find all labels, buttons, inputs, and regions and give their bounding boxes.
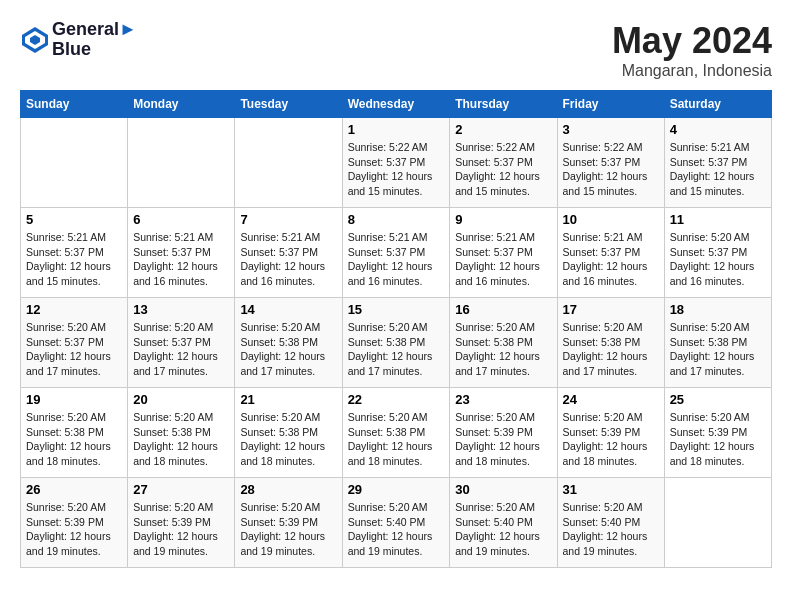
- day-number: 6: [133, 212, 229, 227]
- day-number: 8: [348, 212, 445, 227]
- calendar-cell: 31Sunrise: 5:20 AM Sunset: 5:40 PM Dayli…: [557, 478, 664, 568]
- day-info: Sunrise: 5:20 AM Sunset: 5:38 PM Dayligh…: [240, 320, 336, 379]
- day-number: 15: [348, 302, 445, 317]
- calendar-cell: 22Sunrise: 5:20 AM Sunset: 5:38 PM Dayli…: [342, 388, 450, 478]
- day-info: Sunrise: 5:20 AM Sunset: 5:37 PM Dayligh…: [26, 320, 122, 379]
- calendar-cell: 14Sunrise: 5:20 AM Sunset: 5:38 PM Dayli…: [235, 298, 342, 388]
- day-number: 18: [670, 302, 766, 317]
- calendar-cell: 16Sunrise: 5:20 AM Sunset: 5:38 PM Dayli…: [450, 298, 557, 388]
- month-title: May 2024: [612, 20, 772, 62]
- day-info: Sunrise: 5:20 AM Sunset: 5:38 PM Dayligh…: [563, 320, 659, 379]
- calendar-cell: 7Sunrise: 5:21 AM Sunset: 5:37 PM Daylig…: [235, 208, 342, 298]
- day-info: Sunrise: 5:21 AM Sunset: 5:37 PM Dayligh…: [348, 230, 445, 289]
- calendar-cell: 3Sunrise: 5:22 AM Sunset: 5:37 PM Daylig…: [557, 118, 664, 208]
- day-info: Sunrise: 5:22 AM Sunset: 5:37 PM Dayligh…: [455, 140, 551, 199]
- day-info: Sunrise: 5:20 AM Sunset: 5:38 PM Dayligh…: [455, 320, 551, 379]
- day-number: 22: [348, 392, 445, 407]
- weekday-header-saturday: Saturday: [664, 91, 771, 118]
- day-info: Sunrise: 5:20 AM Sunset: 5:39 PM Dayligh…: [670, 410, 766, 469]
- day-info: Sunrise: 5:20 AM Sunset: 5:38 PM Dayligh…: [348, 410, 445, 469]
- day-number: 31: [563, 482, 659, 497]
- day-info: Sunrise: 5:20 AM Sunset: 5:38 PM Dayligh…: [348, 320, 445, 379]
- day-number: 13: [133, 302, 229, 317]
- logo-text: General► Blue: [52, 20, 137, 60]
- day-info: Sunrise: 5:20 AM Sunset: 5:40 PM Dayligh…: [455, 500, 551, 559]
- logo: General► Blue: [20, 20, 137, 60]
- day-number: 29: [348, 482, 445, 497]
- day-info: Sunrise: 5:20 AM Sunset: 5:38 PM Dayligh…: [240, 410, 336, 469]
- weekday-header-friday: Friday: [557, 91, 664, 118]
- calendar-cell: 19Sunrise: 5:20 AM Sunset: 5:38 PM Dayli…: [21, 388, 128, 478]
- day-number: 1: [348, 122, 445, 137]
- calendar-cell: 15Sunrise: 5:20 AM Sunset: 5:38 PM Dayli…: [342, 298, 450, 388]
- page-header: General► Blue May 2024 Mangaran, Indones…: [20, 20, 772, 80]
- calendar-cell: [128, 118, 235, 208]
- day-info: Sunrise: 5:20 AM Sunset: 5:39 PM Dayligh…: [455, 410, 551, 469]
- calendar-cell: 30Sunrise: 5:20 AM Sunset: 5:40 PM Dayli…: [450, 478, 557, 568]
- day-info: Sunrise: 5:21 AM Sunset: 5:37 PM Dayligh…: [455, 230, 551, 289]
- day-number: 21: [240, 392, 336, 407]
- calendar-cell: 23Sunrise: 5:20 AM Sunset: 5:39 PM Dayli…: [450, 388, 557, 478]
- day-number: 3: [563, 122, 659, 137]
- day-number: 10: [563, 212, 659, 227]
- day-number: 23: [455, 392, 551, 407]
- weekday-header-sunday: Sunday: [21, 91, 128, 118]
- day-info: Sunrise: 5:21 AM Sunset: 5:37 PM Dayligh…: [133, 230, 229, 289]
- calendar-cell: 17Sunrise: 5:20 AM Sunset: 5:38 PM Dayli…: [557, 298, 664, 388]
- location: Mangaran, Indonesia: [612, 62, 772, 80]
- calendar-table: SundayMondayTuesdayWednesdayThursdayFrid…: [20, 90, 772, 568]
- day-number: 7: [240, 212, 336, 227]
- weekday-header-wednesday: Wednesday: [342, 91, 450, 118]
- day-info: Sunrise: 5:21 AM Sunset: 5:37 PM Dayligh…: [563, 230, 659, 289]
- day-number: 26: [26, 482, 122, 497]
- calendar-cell: 27Sunrise: 5:20 AM Sunset: 5:39 PM Dayli…: [128, 478, 235, 568]
- day-info: Sunrise: 5:20 AM Sunset: 5:37 PM Dayligh…: [670, 230, 766, 289]
- weekday-header-monday: Monday: [128, 91, 235, 118]
- calendar-cell: 20Sunrise: 5:20 AM Sunset: 5:38 PM Dayli…: [128, 388, 235, 478]
- calendar-cell: 28Sunrise: 5:20 AM Sunset: 5:39 PM Dayli…: [235, 478, 342, 568]
- calendar-cell: 21Sunrise: 5:20 AM Sunset: 5:38 PM Dayli…: [235, 388, 342, 478]
- day-number: 20: [133, 392, 229, 407]
- day-info: Sunrise: 5:22 AM Sunset: 5:37 PM Dayligh…: [563, 140, 659, 199]
- day-info: Sunrise: 5:21 AM Sunset: 5:37 PM Dayligh…: [240, 230, 336, 289]
- weekday-header-tuesday: Tuesday: [235, 91, 342, 118]
- calendar-cell: [21, 118, 128, 208]
- day-info: Sunrise: 5:20 AM Sunset: 5:37 PM Dayligh…: [133, 320, 229, 379]
- title-block: May 2024 Mangaran, Indonesia: [612, 20, 772, 80]
- calendar-cell: 6Sunrise: 5:21 AM Sunset: 5:37 PM Daylig…: [128, 208, 235, 298]
- day-info: Sunrise: 5:20 AM Sunset: 5:40 PM Dayligh…: [348, 500, 445, 559]
- day-info: Sunrise: 5:20 AM Sunset: 5:40 PM Dayligh…: [563, 500, 659, 559]
- day-info: Sunrise: 5:20 AM Sunset: 5:38 PM Dayligh…: [26, 410, 122, 469]
- calendar-cell: 9Sunrise: 5:21 AM Sunset: 5:37 PM Daylig…: [450, 208, 557, 298]
- day-info: Sunrise: 5:20 AM Sunset: 5:38 PM Dayligh…: [133, 410, 229, 469]
- calendar-week-2: 5Sunrise: 5:21 AM Sunset: 5:37 PM Daylig…: [21, 208, 772, 298]
- day-number: 24: [563, 392, 659, 407]
- calendar-cell: 12Sunrise: 5:20 AM Sunset: 5:37 PM Dayli…: [21, 298, 128, 388]
- calendar-week-3: 12Sunrise: 5:20 AM Sunset: 5:37 PM Dayli…: [21, 298, 772, 388]
- calendar-cell: 29Sunrise: 5:20 AM Sunset: 5:40 PM Dayli…: [342, 478, 450, 568]
- day-info: Sunrise: 5:22 AM Sunset: 5:37 PM Dayligh…: [348, 140, 445, 199]
- calendar-cell: 18Sunrise: 5:20 AM Sunset: 5:38 PM Dayli…: [664, 298, 771, 388]
- day-number: 11: [670, 212, 766, 227]
- calendar-cell: 10Sunrise: 5:21 AM Sunset: 5:37 PM Dayli…: [557, 208, 664, 298]
- day-info: Sunrise: 5:21 AM Sunset: 5:37 PM Dayligh…: [670, 140, 766, 199]
- day-number: 9: [455, 212, 551, 227]
- calendar-week-1: 1Sunrise: 5:22 AM Sunset: 5:37 PM Daylig…: [21, 118, 772, 208]
- calendar-cell: [235, 118, 342, 208]
- calendar-cell: 24Sunrise: 5:20 AM Sunset: 5:39 PM Dayli…: [557, 388, 664, 478]
- calendar-cell: 25Sunrise: 5:20 AM Sunset: 5:39 PM Dayli…: [664, 388, 771, 478]
- calendar-body: 1Sunrise: 5:22 AM Sunset: 5:37 PM Daylig…: [21, 118, 772, 568]
- day-number: 5: [26, 212, 122, 227]
- day-number: 17: [563, 302, 659, 317]
- calendar-cell: 4Sunrise: 5:21 AM Sunset: 5:37 PM Daylig…: [664, 118, 771, 208]
- day-info: Sunrise: 5:21 AM Sunset: 5:37 PM Dayligh…: [26, 230, 122, 289]
- calendar-cell: 5Sunrise: 5:21 AM Sunset: 5:37 PM Daylig…: [21, 208, 128, 298]
- day-number: 12: [26, 302, 122, 317]
- day-number: 27: [133, 482, 229, 497]
- day-info: Sunrise: 5:20 AM Sunset: 5:39 PM Dayligh…: [563, 410, 659, 469]
- calendar-cell: 13Sunrise: 5:20 AM Sunset: 5:37 PM Dayli…: [128, 298, 235, 388]
- day-number: 2: [455, 122, 551, 137]
- day-number: 16: [455, 302, 551, 317]
- day-number: 14: [240, 302, 336, 317]
- calendar-cell: [664, 478, 771, 568]
